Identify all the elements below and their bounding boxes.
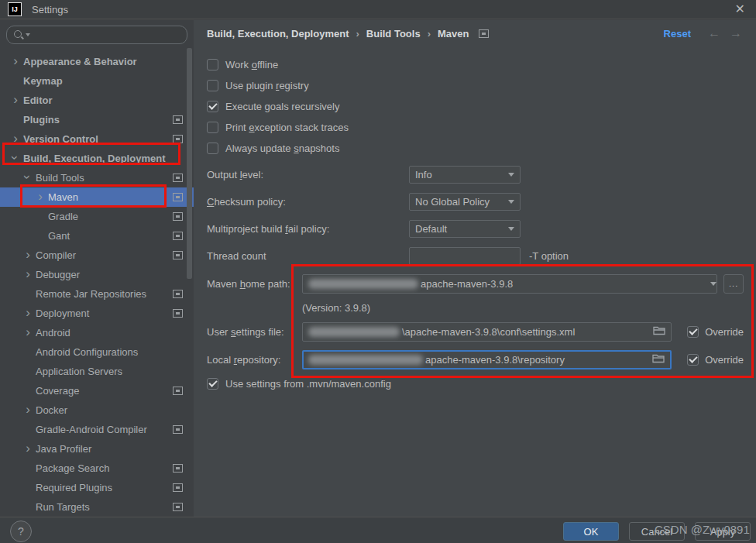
modified-settings-icon <box>173 483 183 492</box>
checkbox-box <box>207 59 218 70</box>
checkbox-box-checked <box>207 101 218 112</box>
checkbox-use-plugin-registry[interactable]: Use plugin registry <box>207 75 744 96</box>
sidebar-item-debugger[interactable]: Debugger <box>0 265 194 284</box>
sidebar-item-compiler[interactable]: Compiler <box>0 246 194 265</box>
checkbox-execute-goals-recursively[interactable]: Execute goals recursively <box>207 96 744 117</box>
help-button[interactable]: ? <box>10 521 32 542</box>
sidebar-item-run-targets[interactable]: Run Targets <box>0 497 194 517</box>
checkbox-print-exception-stack-traces[interactable]: Print exception stack traces <box>207 117 744 138</box>
sidebar-item-editor[interactable]: Editor <box>0 91 194 110</box>
settings-sidebar: Appearance & Behavior Keymap Editor Plug… <box>0 20 194 517</box>
maven-version-note: (Version: 3.9.8) <box>302 302 370 314</box>
close-icon[interactable]: ✕ <box>732 3 748 15</box>
checkbox-work-offline[interactable]: Work offline <box>207 54 744 75</box>
browse-ellipsis-button[interactable]: ... <box>723 274 744 294</box>
chevron-right-icon <box>20 308 36 319</box>
chevron-down-icon <box>8 153 23 164</box>
output-level-label: Output level: <box>207 169 409 180</box>
sidebar-item-coverage[interactable]: Coverage <box>0 381 194 400</box>
sidebar-item-version-control[interactable]: Version Control <box>0 129 194 149</box>
modified-settings-icon <box>173 425 183 434</box>
modified-settings-icon <box>173 212 183 221</box>
modified-settings-icon <box>173 503 183 511</box>
checkbox-box-checked <box>687 354 699 366</box>
chevron-down-icon <box>20 172 36 184</box>
multiproject-policy-select[interactable]: Default <box>409 220 521 238</box>
sidebar-item-remote-jar-repositories[interactable]: Remote Jar Repositories <box>0 284 194 304</box>
sidebar-item-maven[interactable]: Maven <box>0 187 194 207</box>
modified-settings-icon <box>173 309 183 318</box>
chevron-right-icon <box>20 270 36 280</box>
checksum-policy-select[interactable]: No Global Policy <box>409 193 521 211</box>
checkbox-box <box>207 80 218 91</box>
sidebar-item-android-configurations[interactable]: Android Configurations <box>0 342 194 362</box>
sidebar-item-java-profiler[interactable]: Java Profiler <box>0 439 194 459</box>
checkbox-always-update-snapshots[interactable]: Always update snapshots <box>207 138 744 159</box>
local-repository-override-checkbox[interactable]: Override <box>687 354 744 366</box>
local-repository-label: Local repository: <box>207 354 302 366</box>
reset-link[interactable]: Reset <box>664 28 691 40</box>
sidebar-item-gradle-android-compiler[interactable]: Gradle-Android Compiler <box>0 420 194 439</box>
breadcrumb-part[interactable]: Build, Execution, Deployment <box>207 28 349 40</box>
ok-button[interactable]: OK <box>563 522 619 541</box>
search-input[interactable] <box>6 26 187 44</box>
sidebar-item-application-servers[interactable]: Application Servers <box>0 362 194 381</box>
thread-count-input[interactable] <box>409 247 521 265</box>
chevron-right-icon <box>8 134 23 145</box>
sidebar-item-gradle[interactable]: Gradle <box>0 207 194 226</box>
user-settings-label: User settings file: <box>207 326 302 338</box>
chevron-right-icon <box>8 95 23 106</box>
modified-settings-icon <box>173 387 183 395</box>
sidebar-item-deployment[interactable]: Deployment <box>0 304 194 323</box>
forward-arrow-icon[interactable]: → <box>730 26 742 40</box>
redacted-path-blur <box>308 279 418 289</box>
checksum-policy-label: Checksum policy: <box>207 196 409 208</box>
redacted-path-blur <box>308 327 400 337</box>
title-bar: IJ Settings ✕ <box>0 0 756 19</box>
modified-settings-icon <box>173 135 183 143</box>
intellij-logo-icon: IJ <box>8 2 22 16</box>
dropdown-arrow-icon <box>710 282 716 286</box>
sidebar-item-package-search[interactable]: Package Search <box>0 459 194 478</box>
user-settings-override-checkbox[interactable]: Override <box>687 326 744 338</box>
breadcrumb-part[interactable]: Build Tools <box>366 28 421 40</box>
sidebar-item-docker[interactable]: Docker <box>0 400 194 420</box>
breadcrumb-part[interactable]: Maven <box>438 28 469 40</box>
cancel-button[interactable]: Cancel <box>629 522 685 541</box>
modified-settings-icon <box>173 251 183 259</box>
sidebar-scrollbar[interactable] <box>187 48 192 279</box>
modified-settings-icon <box>173 290 183 298</box>
thread-count-label: Thread count <box>207 250 409 262</box>
modified-settings-icon <box>173 174 183 182</box>
modified-settings-icon <box>479 29 489 38</box>
combo-dropdown-button[interactable] <box>698 275 716 293</box>
local-repository-field[interactable]: apache-maven-3.9.8\repository <box>302 350 672 369</box>
output-level-select[interactable]: Info <box>409 166 521 184</box>
checkbox-box <box>207 143 218 154</box>
sidebar-item-keymap[interactable]: Keymap <box>0 71 194 91</box>
back-arrow-icon[interactable]: ← <box>708 26 720 40</box>
sidebar-item-android[interactable]: Android <box>0 323 194 342</box>
sidebar-item-required-plugins[interactable]: Required Plugins <box>0 478 194 497</box>
chevron-right-icon <box>20 250 36 261</box>
apply-button[interactable]: Apply <box>695 522 751 541</box>
chevron-right-icon <box>8 57 23 67</box>
checkbox-use-settings-from-mvn-config[interactable]: Use settings from .mvn/maven.config <box>207 373 744 394</box>
dropdown-arrow-icon <box>508 173 514 177</box>
folder-icon[interactable] <box>652 353 665 366</box>
checkbox-box <box>207 122 218 133</box>
sidebar-item-appearance-behavior[interactable]: Appearance & Behavior <box>0 52 194 71</box>
sidebar-item-gant[interactable]: Gant <box>0 226 194 246</box>
sidebar-item-build-execution-deployment[interactable]: Build, Execution, Deployment <box>0 149 194 168</box>
sidebar-item-plugins[interactable]: Plugins <box>0 110 194 129</box>
breadcrumb: Build, Execution, Deployment › Build Too… <box>194 20 756 46</box>
user-settings-file-field[interactable]: \apache-maven-3.9.8\conf\settings.xml <box>302 322 672 342</box>
modified-settings-icon <box>173 115 183 124</box>
sidebar-item-build-tools[interactable]: Build Tools <box>0 168 194 187</box>
chevron-right-icon <box>20 444 36 455</box>
maven-home-combobox[interactable]: apache-maven-3.9.8 <box>302 274 717 294</box>
checkbox-box-checked <box>207 378 218 390</box>
chevron-right-icon <box>20 328 36 339</box>
folder-icon[interactable] <box>653 325 665 338</box>
modified-settings-icon <box>173 464 183 473</box>
